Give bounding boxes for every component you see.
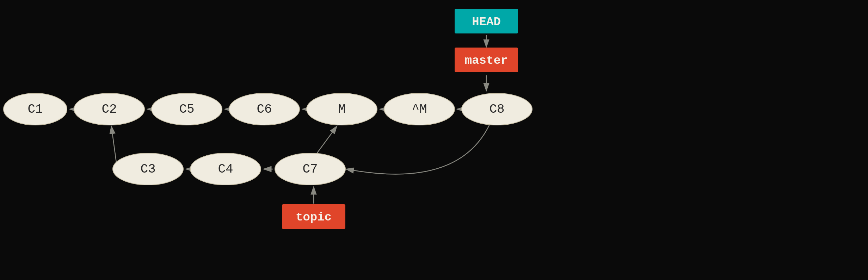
master-label-text: master	[465, 54, 508, 67]
head-label-text: HEAD	[472, 15, 501, 29]
svg-rect-2	[0, 0, 868, 280]
node-cm-label: ^M	[412, 102, 427, 117]
node-c3-label: C3	[140, 162, 155, 176]
node-c1-label: C1	[27, 102, 43, 117]
node-c4-label: C4	[218, 162, 233, 176]
node-c6-label: C6	[257, 102, 272, 117]
node-m-label: M	[338, 102, 346, 117]
node-c7-label: C7	[302, 162, 318, 176]
topic-label-text: topic	[296, 211, 332, 224]
node-c2-label: C2	[101, 102, 117, 117]
node-c5-label: C5	[179, 102, 194, 117]
node-c8-label: C8	[489, 102, 504, 117]
